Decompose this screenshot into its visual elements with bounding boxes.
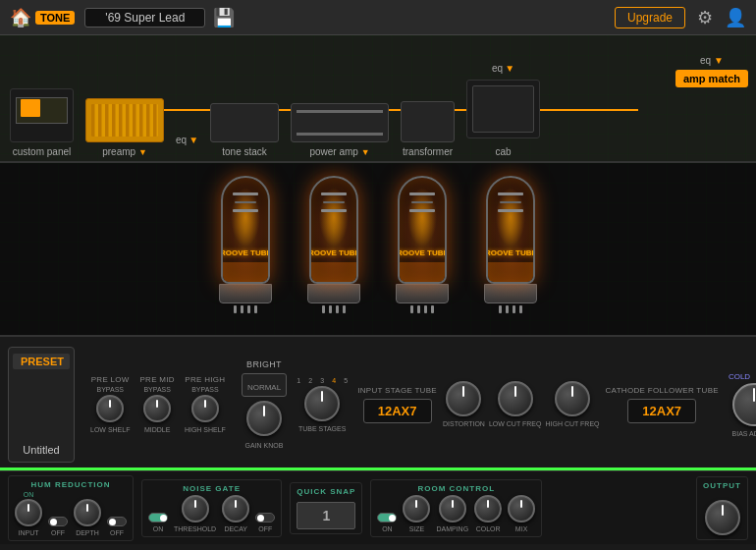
room-toggle[interactable] <box>377 513 397 522</box>
tone-badge: TONE <box>35 11 75 25</box>
decay-knob[interactable] <box>222 495 249 522</box>
cathode-tube-selector[interactable]: 12AX7 <box>627 399 696 423</box>
chain-item-preamp[interactable]: preamp ▼ <box>85 98 164 157</box>
color-knob[interactable] <box>474 495 502 522</box>
gain-knob-label: GAIN KNOB <box>245 442 284 449</box>
room-on-label: ON <box>382 525 393 532</box>
size-knob[interactable] <box>403 495 430 522</box>
bias-adjust-knob[interactable] <box>732 383 756 426</box>
input-tube-selector[interactable]: 12AX7 <box>363 399 432 423</box>
output-section: OUTPUT <box>696 476 748 540</box>
pre-high-knob[interactable] <box>191 395 219 422</box>
tube-2-brand-label: GROOVE TUBES <box>309 248 358 257</box>
tube-3[interactable]: GROOVE TUBES <box>388 176 457 313</box>
pre-low-knob[interactable] <box>96 395 124 422</box>
chain-item-transformer[interactable]: transformer <box>401 101 455 157</box>
hum-reduction-label: HUM REDUCTION <box>31 480 111 489</box>
size-label: SIZE <box>409 525 425 532</box>
chain-item-power-amp[interactable]: power amp ▼ <box>291 103 389 157</box>
hum-off-item: OFF <box>48 517 68 536</box>
power-amp-label: power amp ▼ <box>309 146 369 157</box>
quick-snap-display[interactable]: 1 <box>297 502 355 529</box>
bottom-controls: PRESET Untitled PRE LOW BYPASS LOW SHELF… <box>0 335 756 468</box>
pre-mid-knob[interactable] <box>143 395 171 422</box>
hum-toggle-2[interactable] <box>107 517 127 526</box>
depth-knob[interactable] <box>74 499 101 526</box>
transformer-box <box>401 101 455 142</box>
preset-name-display[interactable]: '69 Super Lead <box>84 8 205 28</box>
gain-knob[interactable] <box>246 401 282 436</box>
input-knob[interactable] <box>15 499 42 526</box>
transformer-label: transformer <box>403 146 453 157</box>
ng-off-item: OFF <box>255 513 275 532</box>
distortion-knob[interactable] <box>446 381 481 416</box>
ng-on-item: ON <box>148 513 168 532</box>
ng-on-label: ON <box>153 525 164 532</box>
cathode-tube-title: CATHODE FOLLOWER TUBE <box>606 386 719 395</box>
threshold-knob[interactable] <box>182 495 209 522</box>
tube-4[interactable]: GROOVE TUBES <box>476 176 545 313</box>
chain-item-custom-panel[interactable]: custom panel <box>10 88 74 157</box>
upgrade-button[interactable]: Upgrade <box>615 7 685 28</box>
pre-mid-title: PRE MID <box>139 375 174 384</box>
color-label: COLOR <box>476 525 501 532</box>
bright-normal-label: NORMAL <box>247 383 281 392</box>
preamp-label: preamp ▼ <box>102 146 147 157</box>
tube-stages-num-5: 5 <box>344 377 348 384</box>
quick-snap-section: QUICK SNAP 1 <box>290 482 362 534</box>
high-cut-label: HIGH CUT FREQ <box>545 420 599 427</box>
bottom-strip: HUM REDUCTION ON INPUT OFF DEPTH OFF NOI… <box>0 470 756 544</box>
depth-knob-item: DEPTH <box>74 499 101 536</box>
preset-value: Untitled <box>23 444 59 456</box>
ng-off-toggle[interactable] <box>255 513 275 522</box>
settings-icon[interactable]: ⚙ <box>697 7 713 28</box>
amp-match-eq-label[interactable]: eq ▼ <box>700 55 724 66</box>
quick-snap-value: 1 <box>322 508 330 523</box>
amp-match-button[interactable]: amp match <box>675 70 748 87</box>
chain-item-tone-stack[interactable]: tone stack <box>210 103 279 157</box>
high-cut-knob[interactable] <box>555 381 590 416</box>
bias-cold-hot-labels: COLD HOT <box>725 372 756 381</box>
hum-toggle[interactable] <box>48 517 68 526</box>
input-tube-section: INPUT STAGE TUBE 12AX7 <box>357 386 437 423</box>
amp-match-area: eq ▼ amp match <box>675 55 748 87</box>
decay-item: DECAY <box>222 495 249 532</box>
cab-box <box>466 80 540 138</box>
tube-3-brand-label: GROOVE TUBES <box>398 248 447 257</box>
chain-item-eq1[interactable]: eq ▼ <box>176 135 198 145</box>
tube-1[interactable]: GROOVE TUBES <box>211 176 280 313</box>
decay-label: DECAY <box>224 525 247 532</box>
pre-mid-group: PRE MID BYPASS MIDDLE <box>139 375 174 433</box>
tone-stack-box <box>210 103 279 142</box>
damping-knob[interactable] <box>439 495 466 522</box>
noise-gate-knobs: ON THRESHOLD DECAY OFF <box>148 495 275 532</box>
low-cut-knob[interactable] <box>498 381 533 416</box>
pre-low-group: PRE LOW BYPASS LOW SHELF <box>90 375 130 433</box>
room-on-item: ON <box>377 513 397 532</box>
mix-knob[interactable] <box>508 495 535 522</box>
pre-eq-section: PRE LOW BYPASS LOW SHELF PRE MID BYPASS … <box>90 375 226 433</box>
low-cut-group: LOW CUT FREQ <box>489 381 542 427</box>
tube-stages-num-2: 2 <box>308 377 312 384</box>
damping-item: DAMPING <box>436 495 468 532</box>
output-knob[interactable] <box>705 500 740 535</box>
tone-stack-label: tone stack <box>222 146 267 157</box>
ng-toggle[interactable] <box>148 513 168 522</box>
depth-label: DEPTH <box>76 529 99 536</box>
input-on-label: ON <box>24 491 34 498</box>
tube-stages-knob[interactable] <box>304 386 340 421</box>
power-amp-box <box>291 103 389 142</box>
preset-section[interactable]: PRESET Untitled <box>8 347 75 463</box>
tube-2[interactable]: GROOVE TUBES <box>299 176 368 313</box>
eq2-label[interactable]: eq ▼ <box>492 63 514 74</box>
top-bar: 🏠 TONE '69 Super Lead 💾 Upgrade ⚙ 👤 <box>0 0 756 35</box>
pre-high-label: HIGH SHELF <box>185 426 226 433</box>
tube-stages-num-3: 3 <box>320 377 324 384</box>
home-icon[interactable]: 🏠 <box>10 7 31 28</box>
save-icon[interactable]: 💾 <box>213 7 235 28</box>
bright-title: BRIGHT <box>246 359 282 369</box>
bias-adjust-label: BIAS ADJUST <box>732 430 756 437</box>
logo: 🏠 TONE <box>10 7 75 28</box>
user-icon[interactable]: 👤 <box>725 7 746 28</box>
color-item: COLOR <box>474 495 502 532</box>
